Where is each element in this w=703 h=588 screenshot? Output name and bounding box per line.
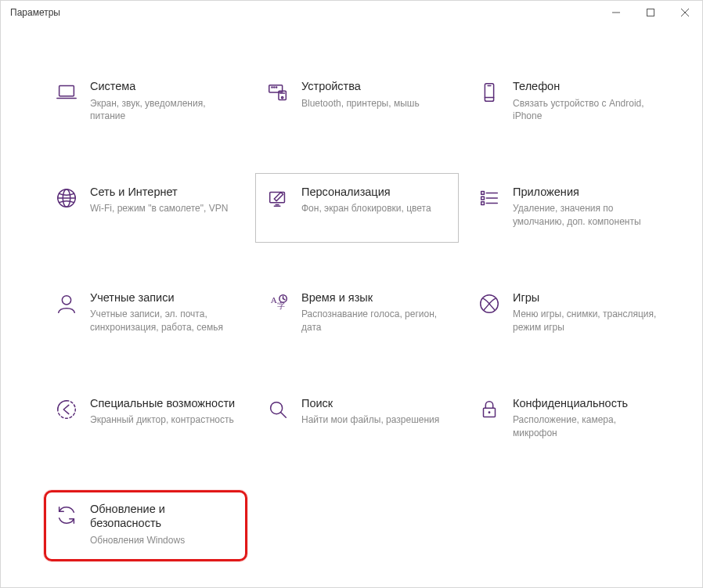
tile-subtitle: Удаление, значения по умолчанию, доп. ко…	[513, 202, 660, 227]
window-controls	[599, 1, 702, 24]
person-icon	[51, 290, 82, 316]
tile-title: Персонализация	[301, 185, 449, 200]
tile-title: Специальные возможности	[90, 396, 237, 411]
phone-icon	[474, 79, 505, 104]
tile-ease-of-access[interactable]: Специальные возможности Экранный диктор,…	[44, 384, 247, 454]
tile-subtitle: Распознавание голоса, регион, дата	[301, 308, 449, 333]
category-grid: Система Экран, звук, уведомления, питани…	[44, 67, 667, 561]
svg-point-11	[282, 96, 283, 98]
apps-list-icon	[474, 185, 505, 210]
svg-point-9	[276, 87, 277, 88]
lock-icon	[474, 396, 505, 421]
svg-line-33	[283, 298, 285, 299]
tile-phone[interactable]: Телефон Связать устройство с Android, iP…	[467, 67, 670, 137]
tile-search[interactable]: Поиск Найти мои файлы, разрешения	[255, 384, 459, 454]
tile-subtitle: Меню игры, снимки, трансляция, режим игр…	[513, 308, 660, 333]
svg-point-38	[488, 411, 491, 413]
tile-update-security[interactable]: Обновление и безопасность Обновления Win…	[44, 490, 247, 561]
svg-rect-26	[481, 202, 485, 205]
tile-title: Система	[90, 79, 237, 94]
tile-title: Время и язык	[301, 290, 449, 305]
tile-title: Телефон	[513, 79, 660, 94]
window-title: Параметры	[10, 7, 60, 18]
tile-subtitle: Фон, экран блокировки, цвета	[301, 202, 449, 215]
titlebar: Параметры	[1, 1, 702, 24]
tile-apps[interactable]: Приложения Удаление, значения по умолчан…	[467, 173, 670, 243]
settings-window: Параметры Система	[0, 0, 703, 588]
minimize-button[interactable]	[599, 1, 633, 24]
tile-subtitle: Bluetooth, принтеры, мышь	[301, 97, 449, 110]
tile-subtitle: Обновления Windows	[90, 534, 237, 547]
close-button[interactable]	[668, 1, 702, 24]
tile-network[interactable]: Сеть и Интернет Wi-Fi, режим "в самолете…	[44, 173, 247, 243]
svg-point-8	[274, 87, 275, 88]
tile-accounts[interactable]: Учетные записи Учетные записи, эл. почта…	[44, 279, 247, 348]
tile-title: Приложения	[513, 185, 660, 200]
tile-time-language[interactable]: A 字 Время и язык Распознавание голоса, р…	[255, 279, 459, 348]
svg-rect-1	[647, 9, 654, 16]
globe-icon	[51, 185, 82, 210]
tile-title: Сеть и Интернет	[90, 185, 237, 200]
personalization-icon	[262, 185, 294, 210]
svg-rect-4	[59, 86, 74, 96]
accessibility-icon	[51, 396, 82, 421]
tile-subtitle: Учетные записи, эл. почта, синхронизация…	[90, 308, 237, 333]
tile-title: Устройства	[301, 79, 449, 94]
tile-personalization[interactable]: Персонализация Фон, экран блокировки, цв…	[255, 173, 459, 243]
svg-rect-24	[481, 197, 485, 200]
maximize-button[interactable]	[633, 1, 668, 24]
tile-title: Учетные записи	[90, 290, 237, 305]
tile-subtitle: Расположение, камера, микрофон	[513, 413, 660, 438]
tile-devices[interactable]: Устройства Bluetooth, принтеры, мышь	[255, 67, 459, 137]
tile-title: Конфиденциальность	[513, 396, 660, 411]
tile-title: Обновление и безопасность	[90, 502, 237, 531]
svg-rect-22	[481, 191, 485, 194]
svg-point-7	[272, 87, 272, 88]
tile-subtitle: Связать устройство с Android, iPhone	[513, 97, 660, 122]
tile-title: Игры	[513, 290, 660, 305]
tile-title: Поиск	[301, 396, 449, 411]
svg-point-28	[62, 296, 70, 305]
tile-privacy[interactable]: Конфиденциальность Расположение, камера,…	[467, 384, 670, 454]
time-language-icon: A 字	[262, 290, 294, 316]
tile-subtitle: Wi-Fi, режим "в самолете", VPN	[90, 202, 237, 215]
search-icon	[262, 396, 294, 421]
svg-line-36	[281, 413, 287, 418]
xbox-icon	[474, 290, 505, 316]
settings-content: Система Экран, звук, уведомления, питани…	[44, 67, 667, 564]
tile-subtitle: Найти мои файлы, разрешения	[301, 413, 449, 426]
tile-system[interactable]: Система Экран, звук, уведомления, питани…	[44, 67, 247, 137]
tile-subtitle: Экранный диктор, контрастность	[90, 413, 237, 426]
tile-subtitle: Экран, звук, уведомления, питание	[90, 97, 237, 122]
sync-icon	[51, 502, 82, 527]
laptop-icon	[51, 79, 82, 104]
devices-icon	[262, 79, 294, 104]
tile-gaming[interactable]: Игры Меню игры, снимки, трансляция, режи…	[467, 279, 670, 348]
